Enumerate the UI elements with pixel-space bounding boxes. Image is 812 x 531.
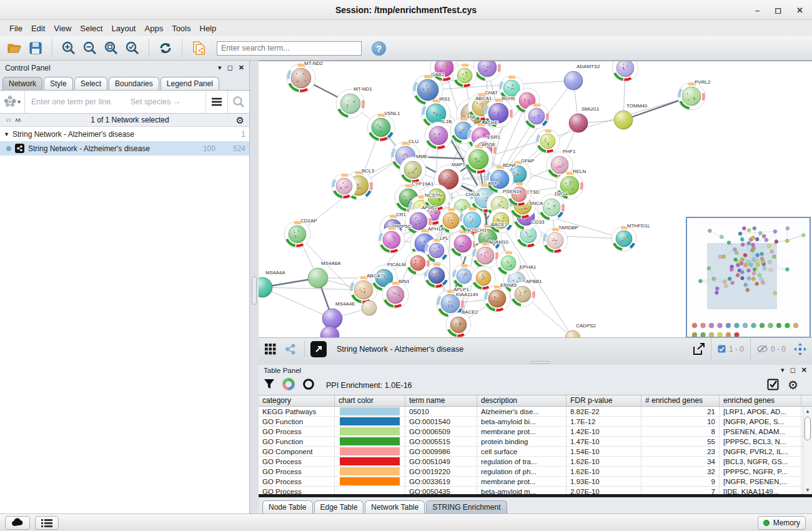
table-row[interactable]: GO ComponentGO:0009986cell surface1.54E-…	[259, 447, 812, 457]
network-node[interactable]	[463, 212, 481, 229]
network-node[interactable]	[372, 118, 390, 137]
network-node[interactable]	[308, 268, 328, 288]
network-node[interactable]	[477, 247, 494, 264]
network-node[interactable]	[322, 309, 342, 329]
refresh-icon[interactable]	[156, 39, 175, 57]
network-node[interactable]	[457, 68, 472, 83]
tab-boundaries[interactable]: Boundaries	[109, 77, 159, 90]
table-row[interactable]: GO ProcessGO:0033619membrane prot...1.93…	[259, 477, 812, 487]
tab-network[interactable]: Network	[2, 77, 42, 90]
network-node[interactable]	[468, 149, 488, 169]
minimize-icon[interactable]: –	[755, 6, 760, 15]
string-options-icon[interactable]	[206, 97, 227, 106]
column-header--enriched-genes[interactable]: # enriched genes	[641, 395, 720, 406]
table-row[interactable]: KEGG Pathways05010Alzheimer's dise...8.8…	[259, 407, 812, 417]
network-node[interactable]	[429, 126, 448, 145]
panel-float-icon[interactable]: ◻	[227, 64, 233, 71]
table-settings-gear-icon[interactable]: ⚙	[788, 379, 798, 391]
table-row[interactable]: GO ProcessGO:0050435beta-amyloid m...2.0…	[259, 487, 812, 494]
navigate-icon[interactable]	[792, 341, 808, 357]
network-node[interactable]	[528, 108, 545, 124]
hidden-nodes-edges-indicator[interactable]: 0 - 0	[750, 338, 792, 360]
network-node[interactable]	[515, 286, 531, 302]
ring-chart-icon[interactable]	[302, 378, 315, 392]
panel-menu-icon[interactable]: ▾	[781, 367, 785, 374]
table-row[interactable]: GO ProcessGO:0006509membrane prot...1.42…	[259, 427, 812, 437]
panel-close-icon[interactable]: ✕	[239, 64, 244, 71]
table-row[interactable]: GO ProcessGO:0019220regulation of ph...1…	[259, 467, 812, 477]
network-node[interactable]	[614, 111, 633, 129]
network-node[interactable]	[362, 300, 377, 315]
memory-button[interactable]: Memory	[758, 516, 806, 530]
network-options-gear-icon[interactable]: ⚙	[236, 116, 244, 125]
network-node[interactable]	[259, 277, 272, 297]
filter-icon[interactable]	[264, 379, 275, 392]
network-canvas[interactable]: MT-ND2MT-ND1VSNL1GAB2IRS1ABCA1CHATBCHEIL…	[259, 61, 812, 337]
network-node[interactable]	[543, 199, 560, 216]
birds-eye-view[interactable]	[686, 217, 811, 337]
string-share-icon[interactable]	[282, 341, 299, 357]
tab-select[interactable]: Select	[74, 77, 107, 90]
save-session-icon[interactable]	[26, 39, 45, 57]
help-icon[interactable]: ?	[372, 41, 386, 56]
network-node[interactable]	[336, 178, 352, 194]
network-node[interactable]	[565, 330, 580, 337]
network-node[interactable]	[428, 267, 445, 284]
string-query-placeholder[interactable]: Enter one term per line.	[25, 97, 113, 106]
task-history-button[interactable]	[35, 516, 59, 530]
tab-node-table[interactable]: Node Table	[262, 500, 313, 514]
set-species-label[interactable]: Set species →	[131, 97, 181, 106]
menu-edit[interactable]: Edit	[27, 22, 49, 35]
network-node[interactable]	[454, 235, 472, 252]
table-row[interactable]: GO FunctionGO:0001540beta-amyloid bi...1…	[259, 417, 812, 427]
network-node[interactable]	[616, 61, 634, 77]
scroll-thumb[interactable]	[805, 417, 811, 440]
zoom-in-icon[interactable]	[59, 39, 78, 57]
network-node[interactable]	[476, 270, 491, 285]
panel-menu-icon[interactable]: ▾	[218, 64, 222, 71]
table-row[interactable]: GO FunctionGO:0005515protein binding1.47…	[259, 437, 812, 447]
network-node[interactable]	[457, 269, 472, 284]
tab-network-table[interactable]: Network Table	[365, 500, 425, 514]
maximize-icon[interactable]: ◻	[775, 6, 781, 15]
panel-close-icon[interactable]: ✕	[801, 367, 807, 374]
tab-legend-panel[interactable]: Legend Panel	[161, 77, 219, 90]
menu-tools[interactable]: Tools	[167, 22, 195, 35]
string-logo-dropdown[interactable]: STRING ▾	[0, 91, 25, 113]
column-header-chart-color[interactable]: chart color	[335, 395, 405, 406]
network-node[interactable]	[291, 68, 311, 88]
network-node[interactable]	[354, 280, 373, 299]
zoom-fit-icon[interactable]	[102, 39, 121, 57]
scroll-up-icon[interactable]: ▲	[803, 407, 812, 415]
table-scrollbar[interactable]: ▲ ▼	[803, 407, 812, 494]
column-header-fdr-p-value[interactable]: FDR p-value	[567, 395, 641, 406]
string-search-icon[interactable]	[228, 96, 249, 108]
collapse-all-icon[interactable]: ∨∨	[5, 117, 11, 123]
menu-layout[interactable]: Layout	[107, 22, 140, 35]
network-node[interactable]	[410, 256, 425, 270]
panel-float-icon[interactable]: ◻	[790, 367, 796, 374]
close-icon[interactable]: ✕	[796, 6, 803, 15]
network-node[interactable]	[404, 161, 422, 179]
menu-file[interactable]: File	[5, 22, 27, 35]
column-header-category[interactable]: category	[259, 395, 335, 406]
tab-style[interactable]: Style	[44, 77, 73, 90]
network-node[interactable]	[564, 71, 583, 90]
detach-view-icon[interactable]	[310, 341, 327, 357]
network-node[interactable]	[450, 317, 467, 333]
network-node[interactable]	[387, 286, 404, 304]
zoom-out-icon[interactable]	[81, 39, 99, 57]
network-node[interactable]	[682, 87, 701, 106]
expand-all-icon[interactable]: ∧∧	[14, 117, 20, 123]
select-rows-checkbox-icon[interactable]	[767, 379, 779, 392]
network-node[interactable]	[340, 94, 360, 114]
menu-select[interactable]: Select	[76, 22, 107, 35]
column-header-enriched-genes[interactable]: enriched genes	[720, 395, 801, 406]
cloud-button[interactable]	[5, 516, 30, 530]
column-header-description[interactable]: description	[477, 395, 567, 406]
network-node[interactable]	[383, 231, 400, 249]
network-node[interactable]	[540, 134, 555, 149]
scroll-down-icon[interactable]: ▼	[803, 485, 812, 494]
search-input[interactable]	[217, 41, 362, 56]
viewport-rect[interactable]	[708, 244, 776, 309]
